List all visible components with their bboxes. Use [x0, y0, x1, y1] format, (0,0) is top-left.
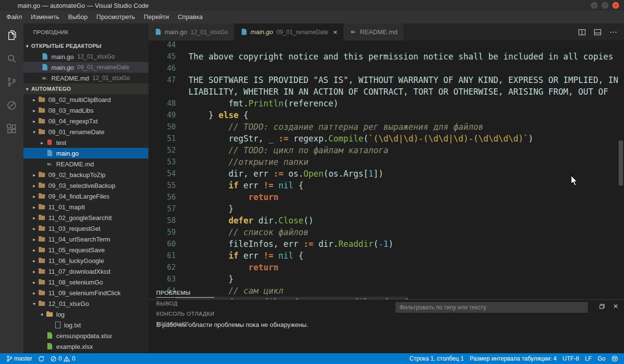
- extensions-icon[interactable]: [0, 117, 23, 141]
- menu-item[interactable]: Просмотреть: [92, 11, 140, 23]
- chevron-right-icon[interactable]: ▸: [30, 247, 38, 253]
- tree-item[interactable]: ▸08_04_regexpTxt: [23, 116, 148, 126]
- tree-item[interactable]: ▸11_01_mapIt: [23, 202, 148, 212]
- menu-item[interactable]: Изменить: [26, 11, 64, 23]
- tree-item[interactable]: main.go: [23, 148, 148, 159]
- chevron-right-icon[interactable]: ▸: [30, 119, 38, 124]
- tree-item[interactable]: ▸test: [23, 137, 148, 148]
- code-line[interactable]: 57 }: [148, 203, 624, 215]
- editor-tab[interactable]: M↓README.md: [344, 23, 404, 40]
- code-line[interactable]: 48 fmt.Println(reference): [148, 98, 624, 109]
- explorer-icon[interactable]: [0, 23, 23, 47]
- menu-item[interactable]: Перейти: [139, 11, 173, 23]
- language-mode[interactable]: Go: [595, 353, 608, 364]
- problems-filter-input[interactable]: [395, 302, 588, 313]
- code-line[interactable]: 53 //открытие папки: [148, 156, 624, 168]
- chevron-right-icon[interactable]: ▸: [30, 290, 38, 296]
- code-line[interactable]: 56 return: [148, 191, 624, 203]
- open-editor-item[interactable]: main.go09_01_renameDate: [23, 62, 148, 73]
- chevron-right-icon[interactable]: ▸: [30, 280, 38, 285]
- project-header[interactable]: ▾ AUTOMATEGO: [23, 83, 148, 94]
- maximize-button[interactable]: □: [602, 2, 608, 9]
- code-line[interactable]: 62 return: [148, 262, 624, 273]
- code-line[interactable]: 58 defer dir.Close(): [148, 215, 624, 226]
- tree-item[interactable]: ▸11_02_googleSearchIt: [23, 212, 148, 223]
- menu-item[interactable]: Файл: [2, 11, 26, 23]
- open-editor-item[interactable]: main.go12_01_xlsxGo: [23, 51, 148, 62]
- code-line[interactable]: 54 dir, err := os.Open(os.Args[1]): [148, 168, 624, 180]
- cursor-position[interactable]: Строка 1, столбец 1: [406, 353, 466, 364]
- code-line[interactable]: LIABILITY, WHETHER IN AN ACTION OF CONTR…: [148, 86, 624, 98]
- code-line[interactable]: 51 regStr, _ := regexp.Compile(`(\d\d|\d…: [148, 133, 624, 144]
- editor-tab[interactable]: main.go12_01_xlsxGo: [148, 23, 234, 40]
- code-line[interactable]: 59 // список файлов: [148, 226, 624, 238]
- tree-item[interactable]: ▸11_03_requestGet: [23, 223, 148, 234]
- code-line[interactable]: 49 } else {: [148, 109, 624, 121]
- source-control-icon[interactable]: [0, 70, 23, 94]
- chevron-right-icon[interactable]: ▸: [30, 204, 38, 210]
- tree-item[interactable]: ▾12_01_xlsxGo: [23, 298, 148, 309]
- editor-tab[interactable]: main.go09_01_renameDate×: [234, 23, 344, 40]
- close-panel-icon[interactable]: ×: [613, 303, 618, 310]
- chevron-right-icon[interactable]: ▸: [30, 183, 38, 188]
- chevron-right-icon[interactable]: ▸: [30, 226, 38, 231]
- tree-item[interactable]: ▸09_03_selectiveBackup: [23, 180, 148, 191]
- tree-item[interactable]: ▸09_04_findLargeFiles: [23, 191, 148, 202]
- tree-item[interactable]: ▸11_04_urlSearchTerm: [23, 234, 148, 244]
- search-icon[interactable]: [0, 47, 23, 70]
- tree-item[interactable]: example.xlsx: [23, 341, 148, 352]
- tree-item[interactable]: ▸11_08_seleniumGo: [23, 277, 148, 287]
- toggle-layout-icon[interactable]: [594, 28, 602, 36]
- chevron-down-icon[interactable]: ▾: [30, 301, 38, 306]
- tree-item[interactable]: ▾09_01_renameDate: [23, 126, 148, 137]
- indent-size[interactable]: Размер интервала табуляции: 4: [467, 353, 560, 364]
- tree-item[interactable]: ▸08_02_multiClipBoard: [23, 94, 148, 105]
- menu-item[interactable]: Выбор: [64, 11, 92, 23]
- maximize-panel-icon[interactable]: [599, 303, 605, 310]
- encoding-indicator[interactable]: UTF-8: [560, 353, 582, 364]
- open-editor-item[interactable]: M↓README.md12_01_xlsxGo: [23, 73, 148, 83]
- menu-item[interactable]: Справка: [173, 11, 207, 23]
- chevron-right-icon[interactable]: ▸: [30, 97, 38, 102]
- eol-indicator[interactable]: LF: [582, 353, 595, 364]
- code-line[interactable]: 61 if err != nil {: [148, 250, 624, 262]
- open-editors-header[interactable]: ▾ ОТКРЫТЫЕ РЕДАКТОРЫ: [23, 40, 148, 51]
- chevron-right-icon[interactable]: ▸: [30, 172, 38, 178]
- tree-item[interactable]: ▸11_05_requestSave: [23, 244, 148, 255]
- git-branch-indicator[interactable]: master: [4, 353, 35, 364]
- panel-tab[interactable]: ВЫВОД: [156, 298, 214, 308]
- chevron-right-icon[interactable]: ▸: [30, 215, 38, 221]
- tree-item[interactable]: ▸11_09_seleniumFindClick: [23, 287, 148, 298]
- chevron-right-icon[interactable]: ▸: [30, 269, 38, 274]
- chevron-right-icon[interactable]: ▸: [30, 258, 38, 263]
- code-line[interactable]: 46: [148, 62, 624, 74]
- sync-button[interactable]: [35, 353, 47, 364]
- close-icon[interactable]: ×: [333, 28, 337, 36]
- debug-icon[interactable]: [0, 94, 23, 117]
- code-line[interactable]: 52 // TODO: цикл по файлам каталога: [148, 144, 624, 156]
- panel-tab[interactable]: КОНСОЛЬ ОТЛАДКИ: [156, 308, 214, 318]
- chevron-right-icon[interactable]: ▸: [30, 237, 38, 242]
- minimize-button[interactable]: –: [591, 2, 598, 9]
- panel-tab[interactable]: ТЕРМИНАЛ: [156, 318, 214, 328]
- chevron-down-icon[interactable]: ▾: [38, 312, 46, 317]
- problems-indicator[interactable]: 0 0: [47, 353, 78, 364]
- panel-tab[interactable]: ПРОБЛЕМЫ: [156, 287, 214, 298]
- more-actions-icon[interactable]: ⋯: [609, 27, 617, 37]
- tree-item[interactable]: ▸08_03_madLibs: [23, 105, 148, 116]
- code-line[interactable]: 47THE SOFTWARE IS PROVIDED "AS IS", WITH…: [148, 74, 624, 86]
- chevron-right-icon[interactable]: ▸: [30, 194, 38, 199]
- code-line[interactable]: 44: [148, 40, 624, 51]
- tree-item[interactable]: M↓README.md: [23, 159, 148, 169]
- chevron-right-icon[interactable]: ▸: [38, 140, 46, 145]
- chevron-down-icon[interactable]: ▾: [30, 129, 38, 135]
- feedback-smiley-icon[interactable]: [608, 353, 621, 364]
- tree-item[interactable]: ▸11_07_downloadXkcd: [23, 266, 148, 277]
- tree-item[interactable]: log.txt: [23, 320, 148, 330]
- code-line[interactable]: 60 fileInfos, err := dir.Readdir(-1): [148, 238, 624, 250]
- close-button[interactable]: ×: [612, 2, 619, 9]
- code-line[interactable]: 63 }: [148, 273, 624, 285]
- code-line[interactable]: 50 // TODO: создание паттерна рег выраже…: [148, 121, 624, 133]
- tree-item[interactable]: ▸11_06_luckyGoogle: [23, 255, 148, 266]
- chevron-right-icon[interactable]: ▸: [30, 108, 38, 113]
